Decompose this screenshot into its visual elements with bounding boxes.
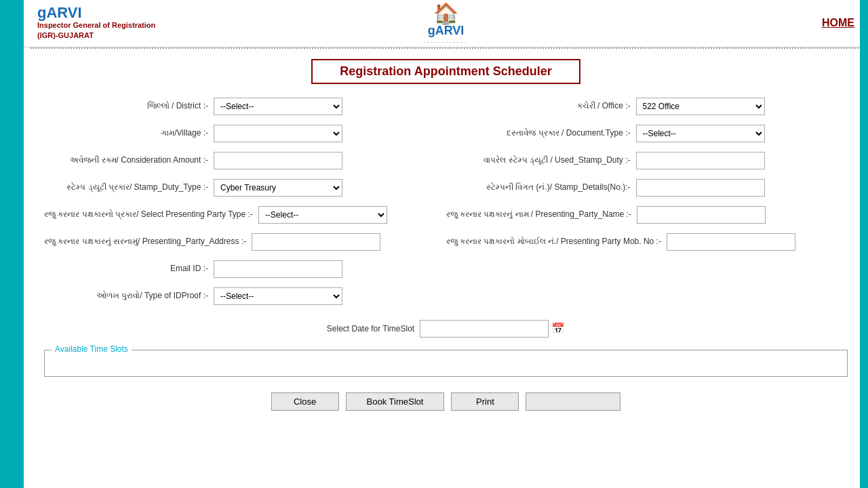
button-row: Close Book TimeSlot Print [24,392,868,411]
row-consideration-usedstamp: અવેજની રકમ/ Consideration Amount :- વાપર… [44,152,848,169]
date-row: Select Date for TimeSlot 📅 [44,320,848,338]
row-district-office: જિલ્લો / District :- --Select-- કચેરી / … [44,98,848,115]
partyname-label: રજુ કરનાર પક્ષકારનું નામ / Presenting_Pa… [446,209,637,220]
close-button[interactable]: Close [271,392,339,411]
stampdetails-label: સ્ટેમ્પની વિગત (નં.)/ Stamp_Details(No.)… [446,182,636,193]
partytype-select[interactable]: --Select-- [258,206,387,224]
center-logo-dots: ............ [423,38,468,45]
row-village-doctype: ગામ/Village :- દસ્તાવેજ પ્રકાર / Documen… [44,125,848,142]
partymob-label: રજુ કરનાર પક્ષકારનો મોબાઈલ નં./ Presenti… [446,236,667,247]
office-select[interactable]: 522 Office [636,98,765,115]
form-area: જિલ્લો / District :- --Select-- કચેરી / … [24,98,868,314]
usedstamp-label: વાપરેલ સ્ટેમ્પ ડ્યૂટી / Used_Stamp_Duty … [446,155,636,166]
brand-logo: gARVI Inspector General of Registration … [37,5,155,41]
district-select[interactable]: --Select-- [214,98,342,115]
divider-line [31,47,861,49]
stampdetails-input[interactable] [636,179,765,197]
village-select[interactable] [214,125,342,142]
row-partyaddress-partymob: રજુ કરનાર પક્ષકારનું સરનામું/ Presenting… [44,233,848,251]
partytype-field-group: રજુ કરનાર પક્ષકારનો પ્રકાર/ Select Prese… [44,206,446,224]
idproof-select[interactable]: --Select-- [214,287,342,305]
village-field-group: ગામ/Village :- [44,125,446,142]
usedstamp-input[interactable] [636,152,765,169]
book-timeslot-button[interactable]: Book TimeSlot [346,392,445,411]
time-slots-box: Available Time Slots [44,350,848,377]
partyname-field-group: રજુ કરનાર પક્ષકારનું નામ / Presenting_Pa… [446,206,848,224]
partyname-input[interactable] [637,206,766,224]
idproof-field-group: ઓળખ પુરાવો/ Type of IDProof :- --Select-… [44,287,446,305]
consideration-field-group: અવેજની રકમ/ Consideration Amount :- [44,152,446,169]
idproof-label: ઓળખ પુરાવો/ Type of IDProof :- [44,290,214,302]
right-sidebar-bar [860,0,868,488]
home-link[interactable]: HOME [822,17,854,29]
partymob-input[interactable] [667,233,795,251]
brand-name: gARVI [37,5,155,20]
email-input[interactable] [214,260,342,278]
row-stampdutytype-stampdetails: સ્ટેમ્પ ડ્યૂટી પ્રકાર/ Stamp_Duty_Type :… [44,179,848,197]
date-label: Select Date for TimeSlot [327,324,414,333]
row-email: Email ID :- [44,260,848,278]
row-idproof: ઓળખ પુરાવો/ Type of IDProof :- --Select-… [44,287,848,305]
time-slots-section: Available Time Slots [44,350,848,377]
doctype-label: દસ્તાવેજ પ્રકાર / Document.Type :- [446,127,636,139]
empty-button [526,392,620,411]
date-input[interactable] [420,320,549,338]
stampdutytype-select[interactable]: Cyber Treasury [214,179,342,197]
doctype-select[interactable]: --Select-- [636,125,765,142]
email-field-group: Email ID :- [44,260,446,278]
district-field-group: જિલ્લો / District :- --Select-- [44,98,446,115]
header: gARVI Inspector General of Registration … [24,0,868,47]
brand-sub1: Inspector General of Registration [37,20,155,30]
stampdetails-field-group: સ્ટેમ્પની વિગત (નં.)/ Stamp_Details(No.)… [446,179,848,197]
page-title: Registration Appointment Scheduler [311,59,580,84]
office-field-group: કચેરી / Office :- 522 Office [446,98,848,115]
email-label: Email ID :- [44,263,214,274]
left-sidebar-bar [0,0,24,488]
office-label: કચેરી / Office :- [446,100,636,112]
doctype-field-group: દસ્તાવેજ પ્રકાર / Document.Type :- --Sel… [446,125,848,142]
brand-sub2: (IGR)-GUJARAT [37,30,155,41]
stampdutytype-field-group: સ્ટેમ્પ ડ્યૂટી પ્રકાર/ Stamp_Duty_Type :… [44,179,446,197]
partytype-label: રજુ કરનાર પક્ષકારનો પ્રકાર/ Select Prese… [44,209,258,220]
page-title-wrapper: Registration Appointment Scheduler [37,59,854,84]
district-label: જિલ્લો / District :- [44,100,214,112]
partymob-field-group: રજુ કરનાર પક્ષકારનો મોબાઈલ નં./ Presenti… [446,233,848,251]
village-label: ગામ/Village :- [44,127,214,139]
consideration-input[interactable] [214,152,342,169]
center-logo-text: gARVI [428,24,465,38]
row-partytype-partyname: રજુ કરનાર પક્ષકારનો પ્રકાર/ Select Prese… [44,206,848,224]
print-button[interactable]: Print [451,392,519,411]
calendar-icon[interactable]: 📅 [551,322,565,335]
stampdutytype-label: સ્ટેમ્પ ડ્યૂટી પ્રકાર/ Stamp_Duty_Type :… [44,182,214,193]
consideration-label: અવેજની રકમ/ Consideration Amount :- [44,155,214,166]
partyaddress-input[interactable] [252,233,380,251]
partyaddress-label: રજુ કરનાર પક્ષકારનું સરનામું/ Presenting… [44,236,252,247]
partyaddress-field-group: રજુ કરનાર પક્ષકારનું સરનામું/ Presenting… [44,233,446,251]
center-logo: 🏠 gARVI ............ [423,2,468,45]
usedstamp-field-group: વાપરેલ સ્ટેમ્પ ડ્યૂટી / Used_Stamp_Duty … [446,152,848,169]
house-icon: 🏠 [433,2,458,24]
time-slots-label: Available Time Slots [52,344,132,354]
